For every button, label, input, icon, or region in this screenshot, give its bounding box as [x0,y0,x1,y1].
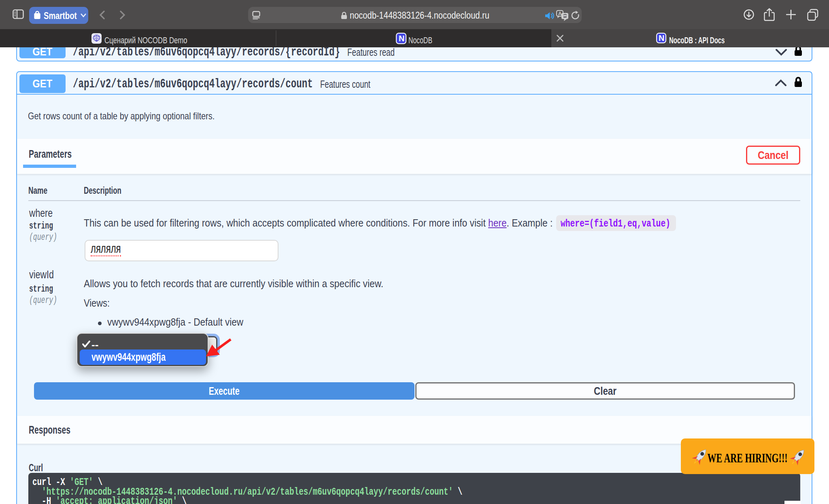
svg-text:A: A [558,11,562,17]
